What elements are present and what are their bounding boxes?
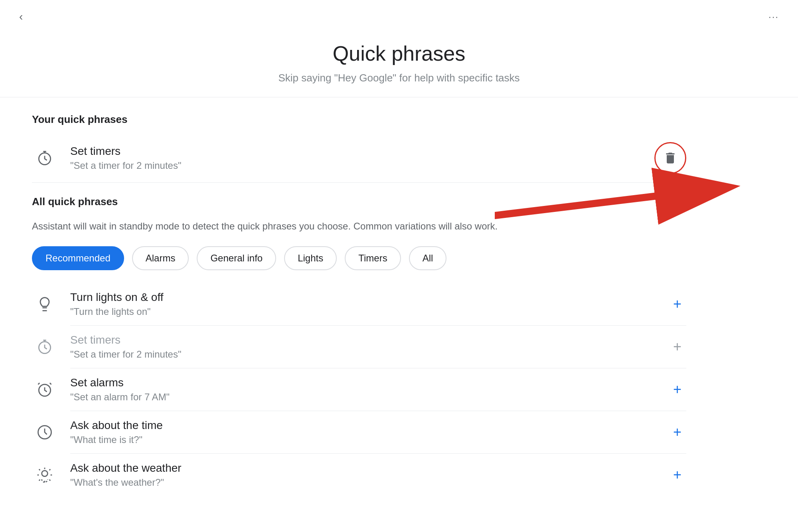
chip-timers[interactable]: Timers xyxy=(345,246,401,270)
add-alarms-button[interactable]: + xyxy=(668,378,686,401)
content-area: Your quick phrases Set timers "Set a tim… xyxy=(0,97,718,512)
all-phrase-text-alarms: Set alarms "Set an alarm for 7 AM" xyxy=(70,376,668,403)
more-options-button[interactable]: ··· xyxy=(768,11,779,22)
back-button[interactable]: ‹ xyxy=(19,11,23,22)
section-divider xyxy=(32,182,686,183)
add-lights-button[interactable]: + xyxy=(668,292,686,316)
all-phrase-text-time: Ask about the time "What time is it?" xyxy=(70,419,668,445)
all-phrase-example-alarms: "Set an alarm for 7 AM" xyxy=(70,392,668,403)
all-phrases-section: All quick phrases Assistant will wait in… xyxy=(32,196,686,496)
add-timers-button[interactable]: + xyxy=(668,335,686,359)
chip-lights[interactable]: Lights xyxy=(284,246,337,270)
all-phrase-example-timers: "Set a timer for 2 minutes" xyxy=(70,349,668,360)
all-phrase-name-time: Ask about the time xyxy=(70,419,668,432)
all-phrase-example-time: "What time is it?" xyxy=(70,434,668,445)
header: ‹ ··· xyxy=(0,0,798,34)
all-phrase-example-weather: "What's the weather?" xyxy=(70,477,668,488)
add-time-button[interactable]: + xyxy=(668,420,686,444)
chip-recommended[interactable]: Recommended xyxy=(32,246,124,270)
your-phrase-item-set-timers: Set timers "Set a timer for 2 minutes" xyxy=(32,137,686,179)
all-phrase-item-time: Ask about the time "What time is it?" + xyxy=(32,411,686,453)
all-phrase-item-weather: Ask about the weather "What's the weathe… xyxy=(32,454,686,496)
weather-icon xyxy=(32,462,57,488)
all-phrase-text-timers: Set timers "Set a timer for 2 minutes" xyxy=(70,334,668,360)
all-phrase-text-lights: Turn lights on & off "Turn the lights on… xyxy=(70,291,668,317)
all-phrase-name-timers: Set timers xyxy=(70,334,668,346)
your-phrases-title: Your quick phrases xyxy=(32,113,686,126)
clock-icon xyxy=(32,419,57,445)
all-phrase-name-weather: Ask about the weather xyxy=(70,462,668,475)
all-phrase-item-alarms: Set alarms "Set an alarm for 7 AM" + xyxy=(32,368,686,411)
alarm-icon xyxy=(32,377,57,402)
chip-all[interactable]: All xyxy=(409,246,447,270)
your-phrase-example: "Set a timer for 2 minutes" xyxy=(70,160,638,171)
all-phrases-title: All quick phrases xyxy=(32,196,686,208)
svg-point-4 xyxy=(42,471,48,477)
all-phrase-name-lights: Turn lights on & off xyxy=(70,291,668,304)
all-phrase-item-lights: Turn lights on & off "Turn the lights on… xyxy=(32,283,686,325)
all-phrase-text-weather: Ask about the weather "What's the weathe… xyxy=(70,462,668,488)
all-phrase-example-lights: "Turn the lights on" xyxy=(70,306,668,317)
your-phrases-section: Your quick phrases Set timers "Set a tim… xyxy=(32,113,686,179)
page-subtitle: Skip saying "Hey Google" for help with s… xyxy=(0,72,798,84)
all-phrases-description: Assistant will wait in standby mode to d… xyxy=(32,219,686,233)
title-section: Quick phrases Skip saying "Hey Google" f… xyxy=(0,34,798,97)
delete-button[interactable] xyxy=(654,142,686,174)
timer-icon xyxy=(32,145,57,171)
your-phrase-text: Set timers "Set a timer for 2 minutes" xyxy=(70,145,638,171)
timer-icon-2 xyxy=(32,334,57,360)
your-phrase-name: Set timers xyxy=(70,145,638,158)
all-phrase-name-alarms: Set alarms xyxy=(70,376,668,389)
filter-chips: Recommended Alarms General info Lights T… xyxy=(32,246,686,270)
light-icon xyxy=(32,291,57,317)
page-title: Quick phrases xyxy=(0,42,798,65)
chip-general-info[interactable]: General info xyxy=(197,246,276,270)
all-phrase-item-timers: Set timers "Set a timer for 2 minutes" + xyxy=(32,326,686,368)
chip-alarms[interactable]: Alarms xyxy=(132,246,189,270)
add-weather-button[interactable]: + xyxy=(668,463,686,487)
